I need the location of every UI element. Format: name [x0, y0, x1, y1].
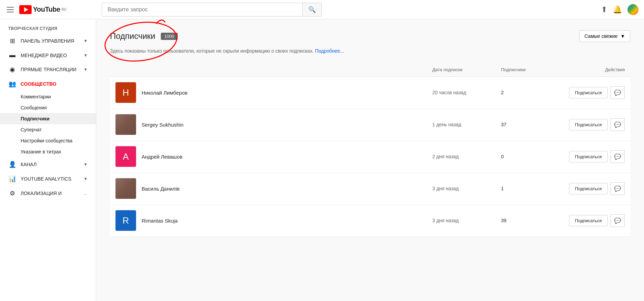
sort-dropdown[interactable]: Самые свежие ▼ [579, 30, 630, 42]
sort-icon: ▼ [620, 33, 625, 39]
user-info: Василь Данилів [115, 178, 432, 199]
sidebar-item-label: КАНАЛ [21, 162, 36, 167]
subscriber-count: 1 [501, 186, 556, 191]
info-link[interactable]: Подробнее... [315, 48, 344, 54]
user-info: Н Николай Лимберов [115, 82, 432, 103]
user-name: Андрей Левашов [142, 154, 182, 160]
sidebar-item-label: ЛОКАЛИЗАЦИЯ И [21, 191, 62, 196]
sidebar-item-video[interactable]: ▬ МЕНЕДЖЕР ВИДЕО ▼ [0, 48, 96, 62]
hamburger-menu[interactable] [5, 6, 15, 14]
col-actions-header: Действия [556, 67, 625, 72]
subscribe-button[interactable]: Подписаться [569, 119, 608, 130]
actions-cell: Подписаться 💬 [556, 150, 625, 163]
subscribers-badge: 1000 [161, 33, 178, 40]
user-info: А Андрей Левашов [115, 146, 432, 167]
user-avatar-photo [115, 178, 136, 199]
sidebar-sub-subscribers[interactable]: Подписчики [0, 113, 96, 124]
logo[interactable]: YouTubeRU [19, 5, 67, 14]
dashboard-icon: ⊞ [8, 37, 16, 45]
community-submenu: Комментарии Сообщения Подписчики Суперча… [0, 91, 96, 157]
sidebar-item-label: YOUTUBE ANALYTICS [21, 176, 71, 182]
message-button[interactable]: 💬 [610, 86, 625, 99]
subscribe-button[interactable]: Подписаться [569, 87, 608, 98]
user-avatar-photo [115, 114, 136, 135]
logo-ru: RU [62, 8, 66, 11]
search-input[interactable] [102, 4, 302, 15]
live-icon: ◉ [8, 66, 16, 73]
page-title: Подписчики [110, 31, 155, 41]
sidebar-studio-title: ТВОРЧЕСКАЯ СТУДИЯ [0, 19, 96, 34]
sidebar-item-label: СООБЩЕСТВО [21, 81, 56, 87]
message-button[interactable]: 💬 [610, 214, 625, 227]
table-row: R Rimantas Skuja 3 дня назад 39 Подписат… [110, 205, 630, 237]
chevron-down-icon: … [84, 191, 88, 196]
sidebar-item-localization[interactable]: ⚙ ЛОКАЛИЗАЦИЯ И … [0, 186, 96, 201]
sidebar-item-channel[interactable]: 👤 КАНАЛ ▼ [0, 157, 96, 172]
subscription-date: 20 часов назад [432, 90, 501, 95]
user-name: Sergey Sukhushin [142, 122, 184, 128]
sidebar-item-label: ПАНЕЛЬ УПРАВЛЕНИЯ [21, 38, 74, 44]
chevron-down-icon: ▼ [84, 176, 88, 181]
localization-icon: ⚙ [8, 190, 16, 197]
upload-icon[interactable]: ⬆ [601, 5, 607, 14]
chevron-down-icon: ▼ [84, 39, 88, 43]
user-name: Rimantas Skuja [142, 218, 178, 224]
subscribers-list: Н Николай Лимберов 20 часов назад 2 Подп… [110, 77, 630, 237]
subscription-date: 2 дня назад [432, 154, 501, 159]
header-search: 🔍 [102, 3, 601, 17]
message-button[interactable]: 💬 [610, 182, 625, 195]
sidebar-item-community[interactable]: 👥 СООБЩЕСТВО [0, 77, 96, 91]
logo-text: YouTube [33, 6, 60, 13]
sidebar-item-dashboard[interactable]: ⊞ ПАНЕЛЬ УПРАВЛЕНИЯ ▼ [0, 34, 96, 48]
chevron-down-icon: ▼ [84, 53, 88, 58]
subscription-date: 3 дня назад [432, 218, 501, 223]
info-text-content: Здесь показаны только пользователи, кото… [110, 48, 314, 54]
user-avatar: А [115, 146, 136, 167]
page-header: Подписчики 1000 Самые свежие ▼ [110, 30, 630, 42]
actions-cell: Подписаться 💬 [556, 182, 625, 195]
user-avatar: R [115, 210, 136, 231]
red-circle-annotation [101, 19, 180, 64]
actions-cell: Подписаться 💬 [556, 118, 625, 131]
subscriber-count: 37 [501, 122, 556, 127]
sidebar-sub-messages[interactable]: Сообщения [0, 102, 96, 113]
youtube-logo-icon [19, 5, 32, 14]
channel-icon: 👤 [8, 161, 16, 168]
bell-icon[interactable]: 🔔 [613, 5, 622, 14]
sidebar-sub-community-settings[interactable]: Настройки сообщества [0, 135, 96, 146]
table-row: Sergey Sukhushin 1 день назад 37 Подписа… [110, 109, 630, 141]
sidebar: ТВОРЧЕСКАЯ СТУДИЯ ⊞ ПАНЕЛЬ УПРАВЛЕНИЯ ▼ … [0, 19, 96, 301]
subscribe-button[interactable]: Подписаться [569, 215, 608, 226]
page-title-row: Подписчики 1000 [110, 31, 178, 41]
subscription-date: 3 дня назад [432, 186, 501, 191]
user-name: Николай Лимберов [142, 90, 187, 96]
sidebar-sub-comments[interactable]: Комментарии [0, 91, 96, 102]
table-row: Василь Данилів 3 дня назад 1 Подписаться… [110, 173, 630, 205]
message-button[interactable]: 💬 [610, 118, 625, 131]
col-subs-header: Подписчики [501, 67, 556, 72]
chevron-down-icon: ▼ [84, 162, 88, 167]
header-right: ⬆ 🔔 [601, 4, 639, 15]
subscribe-button[interactable]: Подписаться [569, 151, 608, 162]
col-date-header: Дата подписки [432, 67, 501, 72]
subscriber-count: 39 [501, 218, 556, 223]
sidebar-item-label: МЕНЕДЖЕР ВИДЕО [21, 53, 67, 58]
sidebar-sub-superchat[interactable]: Суперчат [0, 124, 96, 135]
table-row: Н Николай Лимберов 20 часов назад 2 Подп… [110, 77, 630, 109]
subscribe-button[interactable]: Подписаться [569, 183, 608, 194]
chevron-down-icon: ▼ [84, 67, 88, 72]
sidebar-item-live[interactable]: ◉ ПРЯМЫЕ ТРАНСЛЯЦИИ ▼ [0, 62, 96, 77]
user-avatar[interactable] [628, 4, 639, 15]
sidebar-item-analytics[interactable]: 📊 YOUTUBE ANALYTICS ▼ [0, 172, 96, 186]
user-info: Sergey Sukhushin [115, 114, 432, 135]
community-icon: 👥 [8, 80, 16, 88]
sidebar-sub-credits[interactable]: Указание в титрах [0, 146, 96, 157]
actions-cell: Подписаться 💬 [556, 214, 625, 227]
subscription-date: 1 день назад [432, 122, 501, 127]
main-content: Подписчики 1000 Самые свежие ▼ Здесь пок… [96, 19, 644, 301]
search-button[interactable]: 🔍 [302, 3, 321, 16]
message-button[interactable]: 💬 [610, 150, 625, 163]
table-header: Дата подписки Подписчики Действия [110, 63, 630, 77]
sort-label: Самые свежие [585, 33, 618, 39]
layout: ТВОРЧЕСКАЯ СТУДИЯ ⊞ ПАНЕЛЬ УПРАВЛЕНИЯ ▼ … [0, 19, 644, 301]
